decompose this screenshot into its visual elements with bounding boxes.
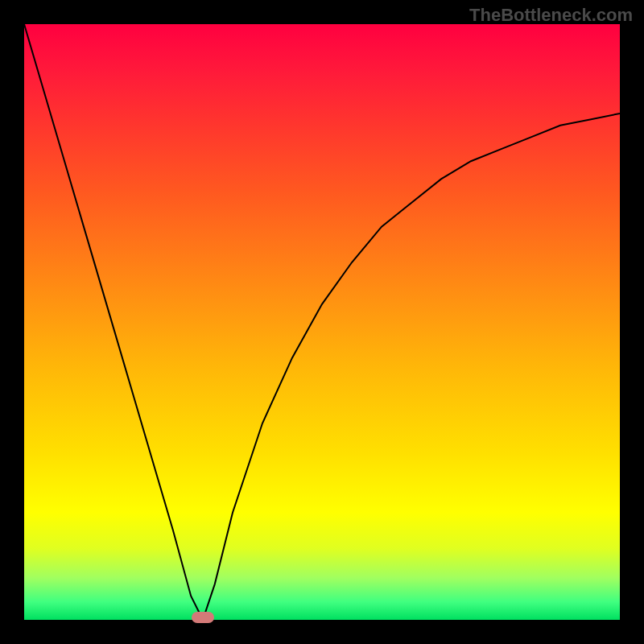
curve-layer (24, 24, 620, 620)
watermark-text: TheBottleneck.com (469, 5, 633, 26)
curve-right-branch (203, 114, 620, 620)
plot-area (24, 24, 620, 620)
chart-container: TheBottleneck.com (0, 0, 644, 644)
curve-left-branch (24, 24, 203, 620)
optimal-point-marker (192, 612, 214, 623)
